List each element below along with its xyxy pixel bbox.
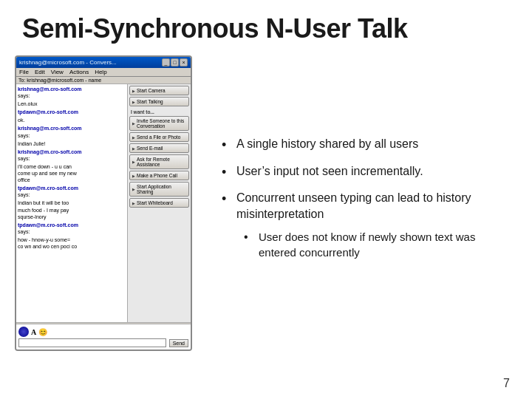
action-send-email[interactable]: Send E-mail	[129, 143, 189, 153]
action-whiteboard[interactable]: Start Whiteboard	[129, 198, 189, 208]
action-i-want-to: I want to...	[129, 108, 189, 115]
chat-messages: krishnag@m.cro-soft.comsays: Len.olux tp…	[16, 84, 128, 335]
chat-actions: Start Camera Start Talking I want to... …	[128, 84, 191, 335]
send-button[interactable]: Send	[169, 339, 188, 347]
menu-help[interactable]: Help	[95, 69, 106, 75]
to-value: krishnag@microsoft.com - name	[27, 78, 101, 83]
chat-msg-3: tpdawn@m.cro-soft.com	[18, 109, 126, 115]
to-field-row: To: krishnag@microsoft.com - name	[16, 77, 191, 84]
action-send-file[interactable]: Send a File or Photo	[129, 132, 189, 142]
chat-body: krishnag@m.cro-soft.comsays: Len.olux tp…	[16, 84, 191, 335]
chat-msg-11: tpdawn@m.cro-soft.comsays:	[18, 222, 126, 235]
emoji-icon[interactable]: 😊	[38, 328, 47, 336]
action-invite[interactable]: Invite Someone to this Conversation	[129, 116, 189, 131]
chat-msg-4: ok.	[18, 117, 126, 123]
bullet-section: A single history shared by all users Use…	[207, 55, 517, 351]
chat-titlebar: krishnag@microsoft.com - Convers... _ □ …	[16, 57, 191, 68]
chat-msg-1: krishnag@m.cro-soft.comsays:	[18, 86, 126, 99]
page-title: Semi-Synchronous N-User Talk	[0, 0, 532, 52]
sub-bullet-list: User does not know if newly shown text w…	[244, 229, 510, 260]
bullet-3-text: Concurrent unseen typing can lead to his…	[236, 191, 471, 220]
menu-actions[interactable]: Actions	[69, 69, 89, 75]
bullet-1-text: A single history shared by all users	[236, 137, 418, 150]
sub-bullet-1-text: User does not know if newly shown text w…	[259, 231, 475, 259]
to-label: To:	[18, 78, 27, 83]
minimize-button[interactable]: _	[162, 58, 170, 66]
chat-msg-12: how - hnow-y-u some=co wn and wo cen poc…	[18, 236, 126, 250]
action-remote[interactable]: Ask for Remote Assistance	[129, 154, 189, 169]
chat-titlebar-text: krishnag@microsoft.com - Convers...	[19, 59, 117, 66]
font-icon[interactable]: A	[31, 328, 36, 336]
titlebar-buttons: _ □ ×	[162, 58, 188, 66]
menu-file[interactable]: File	[19, 69, 29, 75]
action-phone[interactable]: Make a Phone Call	[129, 171, 189, 180]
chat-msg-2: Len.olux	[18, 100, 126, 107]
close-button[interactable]: ×	[180, 58, 188, 66]
main-bullet-list: A single history shared by all users Use…	[222, 136, 510, 270]
sub-bullet-1: User does not know if newly shown text w…	[244, 229, 510, 260]
chat-input-area: A 😊 Send	[16, 324, 191, 349]
chat-msg-5: krishnag@m.cro-soft.comsays:	[18, 125, 126, 138]
action-start-camera[interactable]: Start Camera	[129, 86, 189, 95]
bullet-2: User’s input not seen incrementally.	[222, 163, 510, 180]
content-area: krishnag@microsoft.com - Convers... _ □ …	[0, 55, 532, 351]
avatar-icon	[18, 327, 29, 337]
bullet-1: A single history shared by all users	[222, 136, 510, 152]
bullet-2-text: User’s input not seen incrementally.	[236, 165, 423, 177]
chat-msg-6: Indian Julie!	[18, 140, 126, 147]
chat-window: krishnag@microsoft.com - Convers... _ □ …	[15, 55, 192, 351]
chat-msg-9: tpdawn@m.cro-soft.comsays:	[18, 185, 126, 198]
message-input[interactable]	[18, 338, 166, 347]
action-start-talking[interactable]: Start Talking	[129, 97, 189, 106]
maximize-button[interactable]: □	[171, 58, 179, 66]
bullet-3: Concurrent unseen typing can lead to his…	[222, 190, 510, 260]
menu-bar: File Edit View Actions Help	[16, 68, 191, 77]
send-row: Send	[18, 338, 188, 347]
chat-msg-10: Indian but it will be toomuch food - I m…	[18, 200, 126, 219]
chat-msg-7: krishnag@m.cro-soft.comsays:	[18, 149, 126, 162]
chat-msg-8: i'll come down - u u cancome up and see …	[18, 163, 126, 183]
action-sharing[interactable]: Start Application Sharing	[129, 182, 189, 197]
menu-view[interactable]: View	[51, 69, 64, 75]
chat-formatting-row: A 😊	[18, 327, 188, 337]
menu-edit[interactable]: Edit	[35, 69, 45, 75]
page-number: 7	[503, 377, 510, 390]
